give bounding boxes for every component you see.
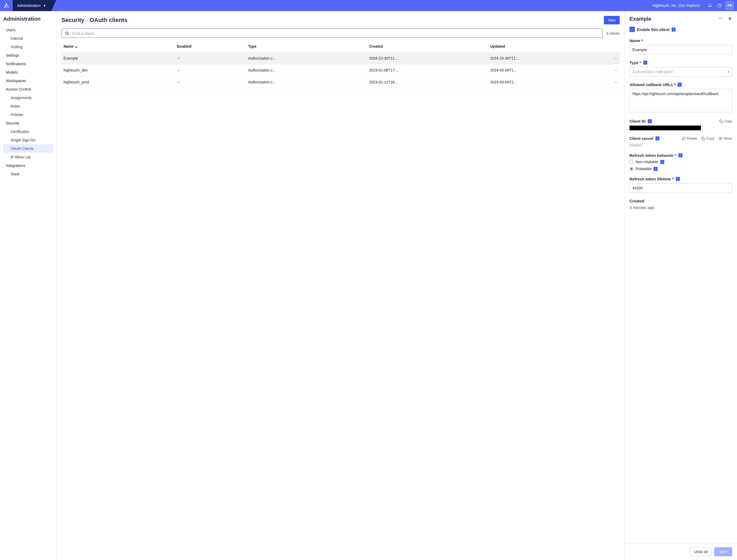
client-count: 3 clients (606, 31, 620, 35)
radio-non-rotatable[interactable]: Non-rotatable i (629, 160, 732, 164)
type-select[interactable]: Authorization code grant ▾ (629, 67, 732, 77)
sidebar-item-users[interactable]: Users (3, 26, 53, 34)
callback-label: Allowed callback URLs *i (629, 82, 732, 87)
name-input[interactable] (629, 45, 732, 55)
rotate-button[interactable]: Rotate (682, 136, 697, 140)
col-name[interactable]: Name▲ (61, 41, 175, 52)
sidebar-item-roles[interactable]: Roles (3, 102, 53, 110)
user-avatar[interactable]: PD (726, 2, 734, 10)
sidebar-item-workspaces[interactable]: Workspaces (3, 77, 53, 85)
close-icon[interactable] (727, 16, 732, 22)
enable-checkbox[interactable]: ✓ (629, 27, 635, 32)
cell-created: 2023-01-11T16:... (367, 76, 488, 88)
search-box[interactable] (61, 29, 602, 38)
info-icon[interactable]: i (672, 28, 676, 32)
sidebar-item-certificates[interactable]: Certificates (3, 127, 53, 136)
copy-client-id-button[interactable]: Copy (719, 119, 732, 123)
info-icon[interactable]: i (678, 153, 682, 157)
main-content: Security › OAuth clients New 3 clients N… (57, 11, 625, 560)
breadcrumb-parent[interactable]: Security (61, 17, 84, 24)
search-input[interactable] (72, 31, 599, 35)
info-icon[interactable]: i (678, 83, 682, 87)
radio-icon (629, 160, 633, 164)
radio-rotatable[interactable]: Rotatable i (629, 167, 732, 171)
sidebar-item-internal[interactable]: Internal (3, 34, 53, 43)
cell-type: Authorization c... (246, 76, 367, 88)
section-dropdown[interactable]: Administration ▼ (13, 0, 51, 11)
clients-table: Name▲ Enabled Type Created Updated Examp… (61, 41, 620, 88)
detail-panel: Example ⋯ ✓ Enable this client i Name * (625, 11, 737, 560)
notifications-icon[interactable] (705, 3, 715, 8)
col-type[interactable]: Type (246, 41, 367, 52)
sidebar-item-slack[interactable]: Slack (3, 170, 53, 178)
created-value: 3 minutes ago (629, 205, 732, 210)
col-updated[interactable]: Updated (488, 41, 609, 52)
cell-created: 2023-01-06T17:... (367, 64, 488, 76)
cell-type: Authorization c... (246, 52, 367, 64)
show-secret-button[interactable]: Show (718, 136, 732, 140)
save-button[interactable]: Save (714, 547, 732, 556)
undo-all-button[interactable]: Undo all (690, 547, 712, 556)
info-icon[interactable]: i (660, 160, 664, 164)
help-icon[interactable] (715, 3, 724, 8)
info-icon[interactable]: i (655, 136, 659, 140)
sidebar-item-models[interactable]: Models (3, 68, 53, 77)
new-button[interactable]: New (604, 16, 620, 24)
refresh-lifetime-input[interactable] (629, 183, 732, 193)
cell-enabled: ✓ (175, 76, 246, 88)
info-icon[interactable]: i (654, 167, 658, 171)
app-logo[interactable] (0, 0, 13, 11)
table-row[interactable]: hightouch_prod✓Authorization c...2023-01… (61, 76, 620, 88)
sidebar-title: Administration (3, 16, 53, 26)
detail-title: Example (629, 16, 719, 22)
cell-enabled: ✓ (175, 64, 246, 76)
cell-updated: 2023-03-09T2... (488, 76, 609, 88)
info-icon[interactable]: i (643, 61, 647, 65)
table-row[interactable]: Example✓Authorization c...2024-10-30T11:… (61, 52, 620, 64)
sidebar-item-policies[interactable]: Policies (3, 110, 53, 119)
breadcrumb-current: OAuth clients (90, 17, 127, 24)
svg-point-1 (66, 32, 68, 34)
radio-icon (629, 167, 633, 171)
sidebar-item-oauth-clients[interactable]: OAuth Clients (3, 144, 53, 153)
cell-name: hightouch_prod (61, 76, 175, 88)
svg-rect-2 (721, 121, 723, 123)
topbar: Administration ▼ Hightouch, Inc. (ISV Pa… (0, 0, 737, 11)
svg-point-4 (720, 138, 721, 139)
sidebar-item-access-control[interactable]: Access Control (3, 85, 53, 94)
section-label: Administration (17, 3, 41, 8)
copy-secret-button[interactable]: Copy (701, 136, 714, 140)
callback-textarea[interactable] (629, 89, 732, 112)
avatar-initials: PD (728, 4, 732, 7)
sidebar-item-assignments[interactable]: Assignments (3, 94, 53, 102)
sidebar-item-notifications[interactable]: Notifications (3, 60, 53, 68)
cell-created: 2024-10-30T11:... (367, 52, 488, 64)
table-row[interactable]: hightouch_dev✓Authorization c...2023-01-… (61, 64, 620, 76)
type-label: Type *i (629, 60, 732, 65)
row-actions-icon[interactable]: ⋯ (609, 52, 620, 64)
sidebar-item-security[interactable]: Security (3, 119, 53, 127)
type-value: Authorization code grant (632, 70, 673, 74)
more-icon[interactable]: ⋯ (719, 16, 723, 22)
cell-updated: 2024-10-30T11:... (488, 52, 609, 64)
client-id-value (629, 126, 701, 130)
row-actions-icon[interactable]: ⋯ (609, 76, 620, 88)
chevron-down-icon: ▼ (43, 4, 46, 7)
sidebar-item-ip-allow-list[interactable]: IP Allow List (3, 153, 53, 161)
org-name: Hightouch, Inc. (ISV Partner) (653, 3, 700, 8)
col-created[interactable]: Created (367, 41, 488, 52)
sidebar-item-single-sign-on[interactable]: Single Sign-On (3, 136, 53, 144)
sidebar-item-settings[interactable]: Settings (3, 51, 53, 60)
client-id-label: Client IDi (629, 119, 652, 123)
sidebar-item-integrations[interactable]: Integrations (3, 161, 53, 170)
row-actions-icon[interactable]: ⋯ (609, 64, 620, 76)
enable-label: Enable this client (637, 27, 669, 32)
sort-asc-icon: ▲ (75, 45, 78, 48)
info-icon[interactable]: i (676, 177, 680, 181)
client-secret-hidden: Hidden (629, 143, 732, 147)
col-enabled[interactable]: Enabled (175, 41, 246, 52)
info-icon[interactable]: i (648, 119, 652, 123)
refresh-lifetime-label: Refresh token lifetime *i (629, 177, 732, 181)
search-icon (65, 31, 69, 35)
sidebar-item-visiting[interactable]: Visiting (3, 43, 53, 51)
